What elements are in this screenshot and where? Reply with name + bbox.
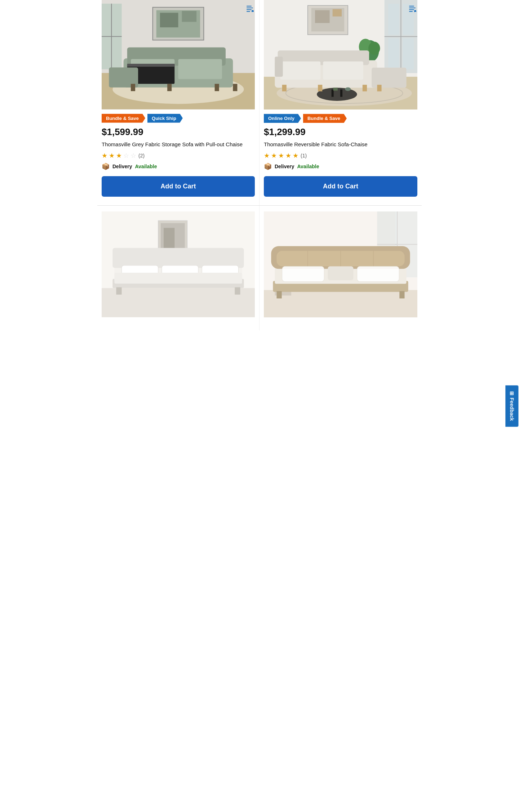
svg-rect-24 (247, 9, 252, 10)
product-1-delivery: 📦 Delivery Available (102, 162, 255, 170)
svg-rect-105 (328, 266, 354, 280)
svg-rect-25 (247, 11, 250, 12)
svg-text:+: + (252, 11, 254, 13)
product-card-2: Online Only Bundle & Save + $1,299.99 Th… (260, 0, 422, 205)
svg-rect-107 (277, 291, 282, 298)
svg-rect-34 (388, 4, 399, 35)
svg-rect-51 (323, 61, 363, 80)
add-to-cart-button-2[interactable]: Add to Cart (264, 176, 417, 197)
svg-rect-70 (102, 288, 255, 317)
delivery-box-icon-1: 📦 (102, 162, 110, 170)
product-2-badges: Online Only Bundle & Save (264, 114, 417, 123)
product-2-stars: ★ ★ ★ ★ ★ (1) (264, 152, 417, 160)
svg-rect-79 (112, 248, 244, 268)
svg-rect-84 (235, 287, 240, 295)
svg-rect-58 (318, 85, 322, 91)
product-1-badges: Bundle & Save Quick Ship (102, 114, 255, 123)
star-2-2: ★ (271, 152, 277, 160)
product-image-1[interactable] (102, 0, 255, 110)
svg-rect-65 (409, 9, 414, 10)
svg-rect-8 (160, 13, 178, 27)
badge-quick-ship-1[interactable]: Quick Ship (147, 114, 183, 123)
product-image-2[interactable] (264, 0, 417, 110)
product-1-stars: ★ ★ ★ ☆ ☆ (2) (102, 152, 255, 160)
product-2-review-count[interactable]: (1) (301, 153, 307, 159)
star-1-5: ☆ (130, 152, 136, 160)
product-1-delivery-label: Delivery (112, 164, 132, 169)
product-2-price: $1,299.99 (264, 126, 417, 138)
product-1-delivery-status: Available (135, 164, 157, 169)
svg-rect-41 (333, 9, 342, 16)
product-card-3 (97, 206, 260, 330)
product-1-price: $1,599.99 (102, 126, 255, 138)
add-to-cart-button-1[interactable]: Add to Cart (102, 176, 255, 197)
svg-rect-61 (333, 88, 338, 90)
badge-bundle-save-2[interactable]: Bundle & Save (303, 114, 347, 123)
product-image-svg-1 (102, 0, 255, 110)
product-image-svg-4 (264, 211, 417, 317)
star-1-3: ★ (116, 152, 122, 160)
svg-rect-36 (388, 38, 399, 69)
product-image-3[interactable] (102, 211, 255, 317)
svg-rect-16 (127, 64, 175, 67)
svg-rect-40 (315, 10, 330, 23)
svg-rect-59 (363, 85, 367, 91)
svg-rect-22 (247, 6, 252, 6)
product-image-4[interactable] (264, 211, 417, 317)
svg-rect-52 (372, 68, 406, 88)
product-grid-row1: Bundle & Save Quick Ship + $1,599.99 Tho… (97, 0, 422, 205)
compare-icon-2[interactable]: + (408, 4, 417, 15)
svg-rect-19 (167, 84, 172, 91)
star-1-1: ★ (102, 152, 107, 160)
svg-rect-18 (131, 84, 135, 91)
svg-rect-63 (409, 6, 414, 6)
product-1-name: Thomasville Grey Fabric Storage Sofa wit… (102, 140, 255, 148)
product-1-review-count[interactable]: (2) (138, 153, 145, 159)
product-2-delivery-status: Available (297, 164, 319, 169)
svg-rect-50 (280, 61, 321, 80)
svg-rect-104 (282, 266, 324, 282)
compare-icon-1[interactable]: + (245, 4, 254, 15)
product-card-1: Bundle & Save Quick Ship + $1,599.99 Tho… (97, 0, 260, 205)
svg-rect-85 (114, 273, 242, 284)
product-2-delivery-label: Delivery (275, 164, 294, 169)
star-2-4: ★ (285, 152, 291, 160)
product-2-name: Thomasville Reversible Fabric Sofa-Chais… (264, 140, 417, 148)
svg-point-62 (345, 87, 351, 91)
star-2-1: ★ (264, 152, 270, 160)
product-2-delivery: 📦 Delivery Available (264, 162, 417, 170)
star-2-3: ★ (278, 152, 284, 160)
svg-rect-53 (275, 57, 283, 77)
star-1-2: ★ (109, 152, 115, 160)
svg-rect-56 (340, 89, 342, 97)
svg-text:+: + (415, 11, 416, 13)
badge-bundle-save-1[interactable]: Bundle & Save (102, 114, 145, 123)
star-1-4: ☆ (123, 152, 129, 160)
svg-rect-21 (233, 84, 237, 91)
svg-rect-9 (182, 11, 196, 22)
badge-online-only-2[interactable]: Online Only (264, 114, 301, 123)
svg-rect-20 (215, 84, 219, 91)
product-image-svg-3 (102, 211, 255, 317)
star-2-5: ★ (293, 152, 298, 160)
svg-rect-37 (403, 38, 413, 69)
svg-point-45 (368, 42, 380, 55)
svg-rect-64 (409, 8, 416, 8)
svg-rect-106 (357, 266, 399, 282)
product-card-4 (260, 206, 422, 330)
svg-rect-14 (178, 59, 222, 79)
svg-rect-66 (409, 11, 413, 12)
svg-rect-108 (399, 291, 404, 298)
product-image-svg-2 (264, 0, 417, 110)
svg-rect-57 (282, 85, 287, 91)
svg-rect-60 (377, 85, 381, 91)
svg-rect-83 (116, 287, 121, 295)
svg-rect-23 (247, 8, 253, 8)
delivery-box-icon-2: 📦 (264, 162, 272, 170)
product-grid-row2 (97, 206, 422, 330)
